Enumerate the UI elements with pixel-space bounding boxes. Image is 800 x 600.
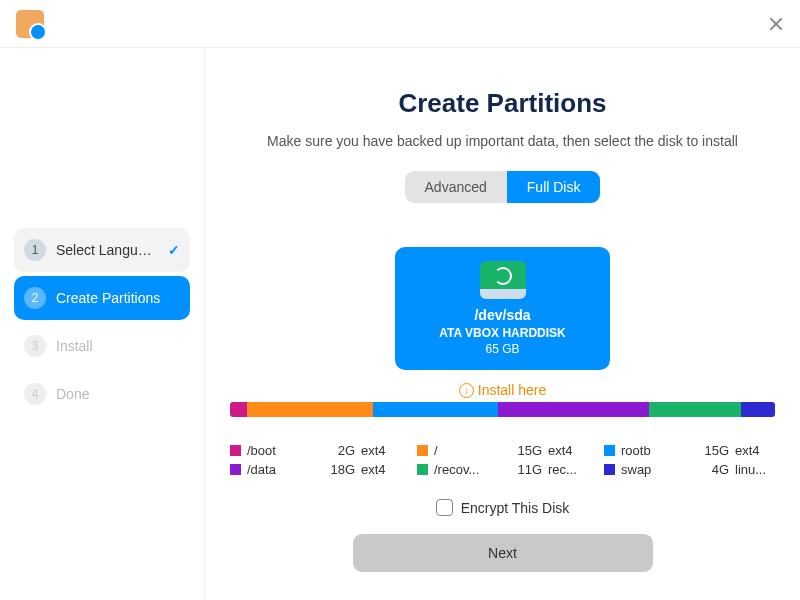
filesystem: linu... [735, 462, 775, 477]
install-here-label: ↓ Install here [459, 382, 546, 398]
app-logo [16, 10, 44, 38]
filesystem: ext4 [548, 443, 588, 458]
mode-advanced-button[interactable]: Advanced [405, 171, 507, 203]
partition-segment [498, 402, 649, 417]
step-number: 2 [24, 287, 46, 309]
step-label: Create Partitions [56, 290, 160, 306]
legend-item: swap4Glinu... [604, 462, 775, 477]
page-subtitle: Make sure you have backed up important d… [267, 133, 738, 149]
color-swatch [230, 464, 241, 475]
color-swatch [417, 445, 428, 456]
encrypt-label: Encrypt This Disk [461, 500, 570, 516]
mount-point: swap [621, 462, 671, 477]
filesystem: ext4 [361, 462, 401, 477]
sidebar-step-3: 3Install [14, 324, 190, 368]
partition-size: 15G [508, 443, 542, 458]
sidebar-step-4: 4Done [14, 372, 190, 416]
color-swatch [417, 464, 428, 475]
mode-toggle: Advanced Full Disk [405, 171, 601, 203]
disk-icon [480, 261, 526, 299]
legend-item: /boot2Gext4 [230, 443, 401, 458]
color-swatch [604, 464, 615, 475]
partition-size: 2G [321, 443, 355, 458]
step-number: 1 [24, 239, 46, 261]
color-swatch [230, 445, 241, 456]
mount-point: /data [247, 462, 297, 477]
mount-point: /recov... [434, 462, 484, 477]
filesystem: ext4 [361, 443, 401, 458]
disk-model: ATA VBOX HARDDISK [409, 326, 596, 340]
sidebar-step-1[interactable]: 1Select Langu…✓ [14, 228, 190, 272]
main-panel: Create Partitions Make sure you have bac… [205, 48, 800, 600]
next-button[interactable]: Next [353, 534, 653, 572]
sidebar: 1Select Langu…✓2Create Partitions3Instal… [0, 48, 205, 600]
disk-card[interactable]: /dev/sda ATA VBOX HARDDISK 65 GB [395, 247, 610, 370]
legend-item: /data18Gext4 [230, 462, 401, 477]
legend-item: /recov...11Grec... [417, 462, 588, 477]
sidebar-step-2[interactable]: 2Create Partitions [14, 276, 190, 320]
filesystem: rec... [548, 462, 588, 477]
encrypt-option[interactable]: Encrypt This Disk [436, 499, 570, 516]
close-icon[interactable] [768, 16, 784, 32]
mount-point: /boot [247, 443, 297, 458]
disk-size: 65 GB [409, 342, 596, 356]
partition-segment [247, 402, 373, 417]
partition-size: 15G [695, 443, 729, 458]
partition-segment [373, 402, 499, 417]
download-icon: ↓ [459, 383, 474, 398]
partition-segment [230, 402, 247, 417]
partition-size: 4G [695, 462, 729, 477]
partition-bar [230, 402, 775, 417]
disk-path: /dev/sda [409, 307, 596, 323]
mount-point: / [434, 443, 484, 458]
step-label: Done [56, 386, 89, 402]
partition-legend: /boot2Gext4/15Gext4rootb15Gext4/data18Ge… [230, 443, 775, 477]
legend-item: /15Gext4 [417, 443, 588, 458]
partition-segment [649, 402, 741, 417]
step-label: Select Langu… [56, 242, 162, 258]
partition-size: 18G [321, 462, 355, 477]
step-label: Install [56, 338, 93, 354]
mount-point: rootb [621, 443, 671, 458]
color-swatch [604, 445, 615, 456]
encrypt-checkbox[interactable] [436, 499, 453, 516]
container: 1Select Langu…✓2Create Partitions3Instal… [0, 48, 800, 600]
titlebar [0, 0, 800, 48]
partition-segment [741, 402, 775, 417]
check-icon: ✓ [168, 242, 180, 258]
legend-item: rootb15Gext4 [604, 443, 775, 458]
filesystem: ext4 [735, 443, 775, 458]
partition-size: 11G [508, 462, 542, 477]
step-number: 3 [24, 335, 46, 357]
page-title: Create Partitions [398, 88, 606, 119]
mode-full-disk-button[interactable]: Full Disk [507, 171, 601, 203]
step-number: 4 [24, 383, 46, 405]
